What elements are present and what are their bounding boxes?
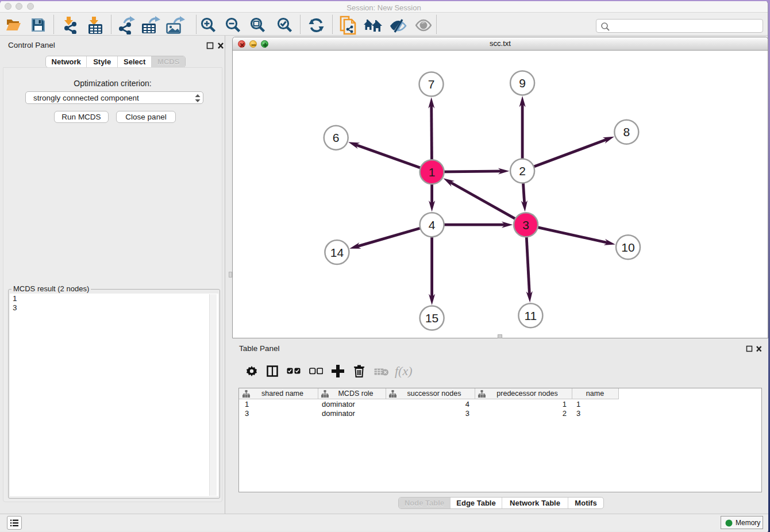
svg-text:15: 15 xyxy=(425,311,438,325)
svg-text:11: 11 xyxy=(524,309,537,322)
svg-text:3: 3 xyxy=(522,218,529,232)
svg-text:10: 10 xyxy=(621,241,634,254)
svg-text:7: 7 xyxy=(428,78,435,91)
svg-text:9: 9 xyxy=(519,76,526,90)
svg-text:14: 14 xyxy=(330,246,344,259)
svg-text:2: 2 xyxy=(519,164,526,178)
svg-text:8: 8 xyxy=(623,125,630,138)
svg-text:1: 1 xyxy=(429,165,436,179)
svg-text:6: 6 xyxy=(333,131,340,144)
svg-text:4: 4 xyxy=(429,218,436,232)
